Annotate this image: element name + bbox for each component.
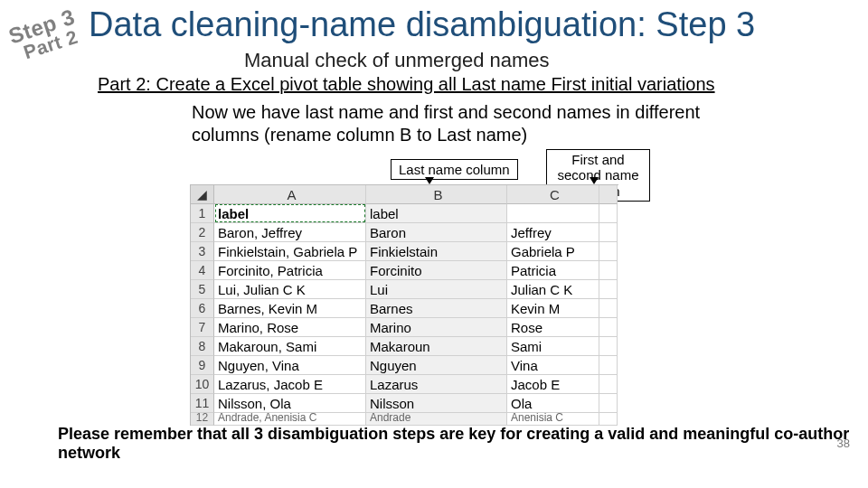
step-stamp: Step 3 Part 2 [6, 6, 83, 64]
arrow-icon [425, 177, 434, 184]
table-row: 4Forcinito, PatriciaForcinitoPatricia [191, 261, 618, 280]
slide-subtitle: Manual check of unmerged names [244, 49, 550, 72]
arrow-icon [590, 177, 599, 184]
corner-cell: ◢ [191, 185, 214, 204]
table-row: 10Lazarus, Jacob ELazarusJacob E [191, 375, 618, 394]
table-row: 5Lui, Julian C KLuiJulian C K [191, 280, 618, 299]
table-header-row: ◢ A B C [191, 185, 618, 204]
part-heading: Part 2: Create a Excel pivot table showi… [98, 74, 715, 95]
col-header-c: C [507, 185, 599, 204]
table-row: 11Nilsson, OlaNilssonOla [191, 394, 618, 413]
table-row-truncated: 12Andrade, Anenisia CAndradeAnenisia C [191, 413, 618, 426]
table-row: 3Finkielstain, Gabriela PFinkielstainGab… [191, 242, 618, 261]
table-row: 7Marino, RoseMarinoRose [191, 318, 618, 337]
table-row: 9Nguyen, VinaNguyenVina [191, 356, 618, 375]
body-text: Now we have last name and first and seco… [192, 101, 734, 146]
table-row: 8Makaroun, SamiMakarounSami [191, 337, 618, 356]
col-header-d [599, 185, 618, 204]
col-header-b: B [366, 185, 507, 204]
footer-text: Please remember that all 3 disambiguatio… [58, 425, 868, 463]
col-header-a: A [214, 185, 366, 204]
slide-title: Data cleaning-name disambiguation: Step … [89, 5, 755, 44]
callout-lastname: Last name column [391, 159, 518, 180]
table-row: 6Barnes, Kevin MBarnesKevin M [191, 299, 618, 318]
table-row: 2Baron, JeffreyBaronJeffrey [191, 223, 618, 242]
table-row: 1 label label [191, 204, 618, 223]
excel-table: ◢ A B C 1 label label 2Baron, JeffreyBar… [190, 184, 618, 426]
page-number: 38 [837, 436, 850, 450]
